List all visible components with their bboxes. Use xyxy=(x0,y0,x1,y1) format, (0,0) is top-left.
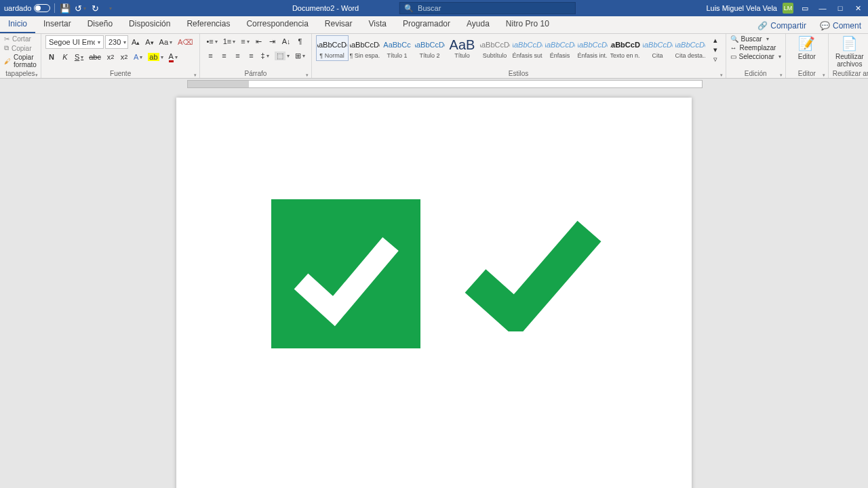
italic-button[interactable]: K xyxy=(59,51,71,63)
style-preview: AaBbCcDc xyxy=(513,37,542,52)
style-preview: AaBbCcDc xyxy=(610,37,640,52)
cut-button[interactable]: ✂ Cortar xyxy=(4,35,37,43)
style-cita[interactable]: AaBbCcDcCita xyxy=(642,35,674,61)
borders-button[interactable]: ⊞▾ xyxy=(293,49,307,62)
toggle-icon xyxy=(34,4,50,12)
undo-icon[interactable]: ↺▾ xyxy=(74,2,86,14)
tab-correspondencia[interactable]: Correspondencia xyxy=(238,16,316,33)
style-cita-desta-[interactable]: AaBbCcDcCita desta... xyxy=(674,35,707,61)
cursor-icon: ▭ xyxy=(730,53,736,60)
style--nfasis[interactable]: AaBbCcDcÉnfasis xyxy=(544,35,576,61)
tab-revisar[interactable]: Revisar xyxy=(317,16,361,33)
indent-button[interactable]: ⇥ xyxy=(267,35,279,47)
style--nfasis-int-[interactable]: AaBbCcDcÉnfasis int... xyxy=(576,35,609,61)
style-subt-tulo[interactable]: AaBbCcDcSubtítulo xyxy=(479,35,511,61)
tab-inicio[interactable]: Inicio xyxy=(0,16,35,33)
page[interactable] xyxy=(176,98,692,488)
styles-scroll-up[interactable]: ▴ xyxy=(709,35,722,45)
format-painter-button[interactable]: 🖌 Copiar formato xyxy=(4,54,37,68)
strikethrough-button[interactable]: abc xyxy=(87,51,103,63)
select-button[interactable]: ▭ Seleccionar▾ xyxy=(730,53,781,60)
multilevel-button[interactable]: ≡▾ xyxy=(239,35,251,47)
maximize-icon[interactable]: □ xyxy=(834,2,846,14)
shrink-font-button[interactable]: A▾ xyxy=(143,36,155,48)
shading-button[interactable]: ⬚▾ xyxy=(273,49,292,62)
style-name-label: Título 2 xyxy=(415,52,445,59)
document-area[interactable] xyxy=(0,89,868,488)
style-t-tulo-1[interactable]: AaBbCcTítulo 1 xyxy=(381,35,414,61)
sort-button[interactable]: A↓ xyxy=(280,35,293,47)
symbol-check-light[interactable] xyxy=(454,450,610,488)
change-case-button[interactable]: Aa▾ xyxy=(157,36,174,48)
subscript-button[interactable]: x2 xyxy=(104,51,117,63)
symbol-checkbox-filled[interactable] xyxy=(264,138,427,409)
highlight-button[interactable]: ab▾ xyxy=(146,51,165,63)
numbering-button[interactable]: 1≡▾ xyxy=(221,35,238,47)
editor-icon: 📝 xyxy=(798,35,815,52)
customize-qat-icon[interactable]: ▾ xyxy=(104,2,116,14)
tab-ayuda[interactable]: Ayuda xyxy=(458,16,498,33)
horizontal-ruler[interactable] xyxy=(0,79,868,89)
show-marks-button[interactable]: ¶ xyxy=(294,35,306,47)
tab-insertar[interactable]: Insertar xyxy=(35,16,79,33)
style--nfasis-sutil[interactable]: AaBbCcDcÉnfasis sutil xyxy=(511,35,544,61)
autosave-toggle[interactable]: uardado xyxy=(4,4,50,12)
user-avatar[interactable]: LM xyxy=(783,3,793,14)
scissors-icon: ✂ xyxy=(4,35,9,43)
align-center-button[interactable]: ≡ xyxy=(218,49,230,62)
style-name-label: Énfasis xyxy=(545,52,575,59)
align-right-button[interactable]: ≡ xyxy=(231,49,243,62)
grow-font-button[interactable]: A▴ xyxy=(130,36,142,48)
copy-button[interactable]: ⧉ Copiar xyxy=(4,44,37,52)
tab-vista[interactable]: Vista xyxy=(361,16,395,33)
ribbon-display-icon[interactable]: ▭ xyxy=(799,2,811,14)
reuse-files-label: Reutilizar archivos xyxy=(833,53,867,68)
style--sin-espa-[interactable]: AaBbCcDc¶ Sin espa... xyxy=(349,35,381,61)
minimize-icon[interactable]: — xyxy=(816,2,829,14)
share-button[interactable]: 🔗 Compartir xyxy=(751,18,813,33)
editor-button[interactable]: 📝 Editor xyxy=(790,35,824,60)
tab-referencias[interactable]: Referencias xyxy=(178,16,238,33)
align-left-button[interactable]: ≡ xyxy=(204,49,216,62)
close-icon[interactable]: ✕ xyxy=(852,2,864,14)
styles-gallery[interactable]: AaBbCcDc¶ NormalAaBbCcDc¶ Sin espa...AaB… xyxy=(316,35,707,61)
underline-button[interactable]: S▾ xyxy=(73,51,85,63)
styles-expand[interactable]: ▿ xyxy=(709,54,722,64)
style-t-tulo[interactable]: AaBTítulo xyxy=(446,35,479,61)
style--normal[interactable]: AaBbCcDc¶ Normal xyxy=(316,35,349,61)
outdent-button[interactable]: ⇤ xyxy=(253,35,265,47)
comments-button[interactable]: 💬 Coment xyxy=(813,18,868,33)
reuse-files-button[interactable]: 📄 Reutilizar archivos xyxy=(833,35,867,68)
style-preview: AaBbCcDc xyxy=(675,37,705,52)
text-effects-button[interactable]: A▾ xyxy=(132,51,144,63)
style-name-label: Énfasis sutil xyxy=(513,52,542,59)
style-texto-en-n-[interactable]: AaBbCcDcTexto en n... xyxy=(609,35,642,61)
superscript-button[interactable]: x2 xyxy=(118,51,130,63)
clear-format-button[interactable]: A⌫ xyxy=(176,36,195,48)
search-input[interactable]: 🔍 Buscar xyxy=(399,2,576,14)
user-name[interactable]: Luis Miguel Vela Vela xyxy=(706,4,777,12)
save-icon[interactable]: 💾 xyxy=(59,2,71,14)
symbol-check-heavy[interactable] xyxy=(454,138,610,409)
redo-icon[interactable]: ↻ xyxy=(89,2,101,14)
font-size-combo[interactable]: 230▾ xyxy=(105,35,128,49)
line-spacing-button[interactable]: ‡▾ xyxy=(258,49,271,62)
symbol-ballot-box-check[interactable] xyxy=(264,450,427,488)
styles-scroll-down[interactable]: ▾ xyxy=(709,45,722,54)
style-t-tulo-2[interactable]: AaBbCcDcTítulo 2 xyxy=(414,35,446,61)
tab-disposición[interactable]: Disposición xyxy=(121,16,178,33)
bullets-button[interactable]: •≡▾ xyxy=(204,35,219,47)
group-label-paragraph: Párrafo xyxy=(204,70,307,78)
group-label-clipboard: tapapeles xyxy=(4,70,37,78)
font-color-button[interactable]: A▾ xyxy=(167,51,180,63)
format-painter-label: Copiar formato xyxy=(14,54,37,68)
justify-button[interactable]: ≡ xyxy=(245,49,257,62)
replace-button[interactable]: ↔ Reemplazar xyxy=(730,44,781,52)
font-name-combo[interactable]: Segoe UI Emoji▾ xyxy=(45,35,104,49)
tab-diseño[interactable]: Diseño xyxy=(79,16,121,33)
tab-nitro-pro-10[interactable]: Nitro Pro 10 xyxy=(498,16,557,33)
find-button[interactable]: 🔍 Buscar▾ xyxy=(730,35,781,43)
title-bar: uardado 💾 ↺▾ ↻ ▾ Documento2 - Word 🔍 Bus… xyxy=(0,0,868,16)
bold-button[interactable]: N xyxy=(45,51,58,63)
tab-programador[interactable]: Programador xyxy=(395,16,458,33)
